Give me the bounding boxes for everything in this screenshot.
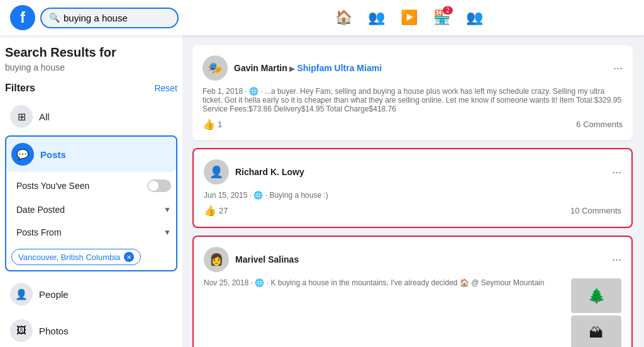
marketplace-badge: 2: [443, 6, 453, 14]
posts-label: Posts: [40, 149, 66, 160]
all-label: All: [39, 111, 50, 122]
post-card: 🎭 Gavin Martin ▶ Shipfam Ultra Miami ···…: [192, 45, 633, 140]
reaction-icons: 👍: [204, 205, 216, 217]
posts-list: 🎭 Gavin Martin ▶ Shipfam Ultra Miami ···…: [192, 45, 633, 347]
post-text-area: Nov 25, 2018 · 🌐 · K buying a house in t…: [204, 278, 565, 347]
sidebar-item-posts[interactable]: 💬 Posts: [6, 137, 176, 172]
nav-marketplace[interactable]: 🏪 2: [426, 3, 457, 33]
post-footer: 👍 1 6 Comments: [203, 118, 623, 130]
reaction-count: 27: [219, 206, 228, 215]
post-comments-count: 6 Comments: [576, 120, 623, 129]
date-chevron-icon: ▼: [164, 205, 171, 214]
location-tag[interactable]: Vancouver, British Columbia ✕: [11, 249, 141, 265]
sidebar-item-photos[interactable]: 🖼 Photos: [5, 313, 177, 347]
nav-groups[interactable]: 👥: [459, 3, 489, 33]
posts-from-chevron-icon: ▼: [164, 228, 171, 237]
nav-friends[interactable]: 👥: [361, 3, 391, 33]
all-icon: ⊞: [10, 105, 33, 128]
post-body: Nov 25, 2018 · 🌐 · K buying a house in t…: [204, 278, 621, 347]
post-card: 👤 Richard K. Lowy ··· Jun 15, 2015 · 🌐 ·…: [192, 148, 633, 228]
post-meta: Gavin Martin ▶ Shipfam Ultra Miami: [234, 63, 607, 73]
post-author: Richard K. Lowy: [235, 167, 304, 177]
posts-from-filter[interactable]: Posts From ▼: [6, 221, 176, 244]
posts-icon: 💬: [11, 143, 34, 166]
remove-location-button[interactable]: ✕: [124, 252, 134, 262]
post-header: 🎭 Gavin Martin ▶ Shipfam Ultra Miami ···: [203, 55, 623, 81]
thumbnail-2: 🏔: [571, 316, 621, 347]
main-nav: 🏠 👥 ▶️ 🏪 2 👥: [184, 3, 634, 33]
more-options-button[interactable]: ···: [612, 253, 621, 266]
avatar: 👤: [204, 159, 229, 185]
more-options-button[interactable]: ···: [612, 166, 621, 179]
posts-seen-toggle[interactable]: [147, 179, 171, 192]
search-results-title: Search Results for: [5, 45, 177, 60]
date-posted-filter[interactable]: Date Posted ▼: [6, 198, 176, 221]
photos-label: Photos: [39, 326, 69, 336]
post-date: Nov 25, 2018 · 🌐 · K buying a house in t…: [204, 278, 565, 287]
photos-icon: 🖼: [10, 319, 33, 342]
facebook-logo[interactable]: f: [10, 5, 35, 30]
post-meta: Marivel Salinas: [235, 254, 606, 265]
post-date: Jun 15, 2015 · 🌐 · Buying a house :): [204, 191, 621, 200]
sidebar-item-all[interactable]: ⊞ All: [5, 99, 177, 134]
post-comments-count: 10 Comments: [570, 206, 621, 215]
post-header: 👩 Marivel Salinas ···: [204, 247, 621, 272]
post-meta: Richard K. Lowy: [235, 167, 606, 177]
nav-home[interactable]: 🏠: [328, 3, 358, 33]
content-area: 🎭 Gavin Martin ▶ Shipfam Ultra Miami ···…: [182, 35, 644, 347]
post-arrow-icon: ▶: [287, 64, 297, 73]
post-page: Shipfam Ultra Miami: [297, 63, 382, 73]
post-card: 👩 Marivel Salinas ··· Nov 25, 2018 · 🌐 ·…: [192, 236, 633, 347]
posts-you-seen-filter[interactable]: Posts You've Seen: [6, 173, 176, 198]
nav-video[interactable]: ▶️: [394, 3, 424, 33]
search-input[interactable]: [64, 13, 164, 23]
more-options-button[interactable]: ···: [613, 62, 623, 75]
location-text: Vancouver, British Columbia: [18, 253, 120, 262]
post-author: Marivel Salinas: [235, 254, 299, 265]
reaction-icons: 👍: [203, 118, 215, 130]
reaction-count: 1: [218, 120, 222, 129]
post-thumbnails: 🌲 🏔: [571, 278, 621, 347]
header: f 🔍 🏠 👥 ▶️ 🏪 2 👥: [0, 0, 644, 35]
filters-label: Filters: [5, 82, 35, 94]
post-author: Gavin Martin: [234, 63, 287, 73]
search-box[interactable]: 🔍: [40, 8, 179, 28]
sidebar-item-people[interactable]: 👤 People: [5, 276, 177, 312]
post-footer: 👍 27 10 Comments: [204, 205, 621, 217]
filters-row: Filters Reset: [5, 82, 177, 94]
posts-you-seen-label: Posts You've Seen: [16, 181, 89, 191]
avatar: 👩: [204, 247, 229, 272]
post-header: 👤 Richard K. Lowy ···: [204, 159, 621, 185]
post-reactions: 👍 1: [203, 118, 222, 130]
main-layout: Search Results for buying a house Filter…: [0, 35, 644, 347]
posts-wrapper: 💬 Posts Posts You've Seen Date Posted ▼ …: [5, 135, 177, 271]
reset-link[interactable]: Reset: [154, 83, 177, 93]
people-label: People: [39, 289, 69, 300]
search-icon: 🔍: [49, 13, 60, 23]
thumbnail-1: 🌲: [571, 278, 621, 313]
posts-from-label: Posts From: [16, 227, 62, 237]
avatar: 🎭: [203, 55, 228, 81]
search-query: buying a house: [5, 62, 177, 72]
date-posted-label: Date Posted: [16, 205, 65, 215]
sidebar: Search Results for buying a house Filter…: [0, 35, 182, 347]
post-date: Feb 1, 2018 · 🌐 · ...a buyer. Hey Fam, s…: [203, 87, 623, 113]
post-reactions: 👍 27: [204, 205, 228, 217]
people-icon: 👤: [10, 283, 33, 305]
